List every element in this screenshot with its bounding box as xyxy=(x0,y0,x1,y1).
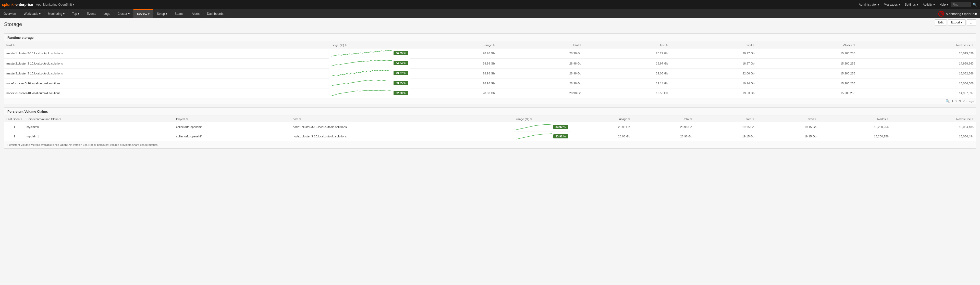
inodes-cell: 15,200,256 xyxy=(757,48,857,59)
pvc-col-free[interactable]: free ⇅ xyxy=(694,116,756,122)
usage-pct-chart-cell: 33.95 % xyxy=(329,78,410,88)
inodes-cell: 15,200,256 xyxy=(757,78,857,88)
page-actions: Edit Export ▾ ... xyxy=(935,19,976,25)
inodes-cell: 15,200,256 xyxy=(818,132,891,141)
sparkline-chart xyxy=(516,133,552,140)
pvc-col-avail[interactable]: avail ⇅ xyxy=(756,116,818,122)
pvc-col-lastseen[interactable]: Last Seen ⇅ xyxy=(4,116,24,122)
nav-dashboards[interactable]: Dashboards xyxy=(204,9,228,18)
host-cell: node1.cluster-3-10.local.outcold.solutio… xyxy=(291,122,514,132)
svg-point-1 xyxy=(941,13,942,14)
usage-badge: 32.60 % xyxy=(393,91,408,95)
total-cell: 28.98 Gb xyxy=(497,68,584,78)
help-button[interactable]: Help ▾ xyxy=(937,2,950,7)
pvc-col-host[interactable]: host ⇅ xyxy=(291,116,514,122)
nav-workloads[interactable]: Workloads ▾ xyxy=(20,9,45,18)
nav-overview[interactable]: Overview xyxy=(0,9,20,18)
inodes-cell: 15,200,256 xyxy=(757,88,857,98)
pvc-col-total[interactable]: total ⇅ xyxy=(632,116,694,122)
refresh-footer-icon[interactable]: ↻ xyxy=(958,99,961,103)
usage-pct-chart-cell: 30.05 % xyxy=(329,48,410,59)
page-title: Storage xyxy=(4,21,22,27)
free-cell: 20.27 Gb xyxy=(584,48,670,59)
table-row: node2.cluster-3-10.local.outcold.solutio… xyxy=(4,88,976,98)
total-cell: 28.98 Gb xyxy=(632,122,694,132)
nav-cluster[interactable]: Cluster ▾ xyxy=(114,9,134,18)
host-cell: master3.cluster-3-10.local.outcold.solut… xyxy=(4,68,329,78)
pvc-col-claim[interactable]: Persistent Volume Claim ⇅ xyxy=(24,116,174,122)
runtime-footer-time: <1m ago xyxy=(963,100,974,103)
host-cell: master2.cluster-3-10.local.outcold.solut… xyxy=(4,59,329,68)
messages-button[interactable]: Messages ▾ xyxy=(882,2,902,7)
usage-cell: 28.98 Gb xyxy=(570,132,632,141)
inodesfree-cell: 14,968,863 xyxy=(857,59,976,68)
avail-cell: 19.15 Gb xyxy=(756,132,818,141)
sparkline-chart xyxy=(331,89,392,97)
usage-cell: 28.98 Gb xyxy=(410,78,497,88)
pvc-col-inodes[interactable]: iNodes ⇅ xyxy=(818,116,891,122)
inodesfree-cell: 15,034,485 xyxy=(891,122,976,132)
lastseen-cell: 1 xyxy=(4,132,24,141)
pvc-col-inodesfree[interactable]: iNodesFree ⇅ xyxy=(891,116,976,122)
top-nav-right: Administrator ▾ Messages ▾ Settings ▾ Ac… xyxy=(857,2,978,7)
inodesfree-cell: 15,034,508 xyxy=(857,78,976,88)
settings-button[interactable]: Settings ▾ xyxy=(903,2,920,7)
nav-top[interactable]: Top ▾ xyxy=(68,9,83,18)
page-content: Storage Edit Export ▾ ... Runtime storag… xyxy=(0,18,980,155)
pvc-col-project[interactable]: Project ⇅ xyxy=(174,116,291,122)
avail-cell: 19.14 Gb xyxy=(670,78,756,88)
app-badge-label: Monitoring OpenShift xyxy=(946,12,977,16)
runtime-table-header: host ⇅ usage (%) ⇅ usage ⇅ total ⇅ free … xyxy=(4,42,976,48)
col-free[interactable]: free ⇅ xyxy=(584,42,670,48)
project-cell: collectorforopenshift xyxy=(174,132,291,141)
runtime-storage-section: Runtime storage host ⇅ usage (%) ⇅ usage… xyxy=(4,33,976,104)
col-host[interactable]: host ⇅ xyxy=(4,42,329,48)
usage-badge: 23.87 % xyxy=(393,71,408,75)
table-row: 1 myclaim0 collectorforopenshift node1.c… xyxy=(4,122,976,132)
inodesfree-cell: 15,019,336 xyxy=(857,48,976,59)
usage-badge: 33.92 % xyxy=(553,135,568,138)
total-cell: 28.98 Gb xyxy=(497,78,584,88)
col-avail[interactable]: avail ⇅ xyxy=(670,42,756,48)
admin-button[interactable]: Administrator ▾ xyxy=(857,2,881,7)
app-name[interactable]: App: Monitoring OpenShift ▾ xyxy=(36,3,74,6)
usage-cell: 28.98 Gb xyxy=(410,88,497,98)
openshift-icon xyxy=(938,11,944,17)
usage-cell: 28.98 Gb xyxy=(410,59,497,68)
nav-search[interactable]: Search xyxy=(171,9,188,18)
col-inodes[interactable]: iNodes ⇅ xyxy=(757,42,857,48)
edit-button[interactable]: Edit xyxy=(935,19,947,25)
openshift-badge: Monitoring OpenShift xyxy=(935,11,980,17)
usage-pct-chart-cell: 23.87 % xyxy=(329,68,410,78)
find-input[interactable] xyxy=(951,2,971,7)
nav-alerts[interactable]: Alerts xyxy=(188,9,204,18)
col-usage[interactable]: usage ⇅ xyxy=(410,42,497,48)
more-button[interactable]: ... xyxy=(967,19,976,25)
free-cell: 19.15 Gb xyxy=(694,122,756,132)
pvc-col-usage[interactable]: usage ⇅ xyxy=(570,116,632,122)
usage-badge: 30.05 % xyxy=(393,51,408,55)
usage-badge: 33.92 % xyxy=(553,125,568,129)
nav-monitoring[interactable]: Monitoring ▾ xyxy=(45,9,68,18)
usage-badge: 33.95 % xyxy=(393,81,408,85)
col-usage-pct[interactable]: usage (%) ⇅ xyxy=(329,42,410,48)
nav-review[interactable]: Review ▾ xyxy=(134,9,153,18)
table-row: 1 myclaim1 collectorforopenshift node1.c… xyxy=(4,132,976,141)
pvc-col-usage-pct[interactable]: usage (%) ⇅ xyxy=(514,116,570,122)
export-button[interactable]: Export ▾ xyxy=(948,19,966,25)
free-cell: 22.06 Gb xyxy=(584,68,670,78)
search-footer-icon[interactable]: 🔍 xyxy=(945,99,950,103)
download-footer-icon[interactable]: ⬇ xyxy=(951,99,954,103)
col-total[interactable]: total ⇅ xyxy=(497,42,584,48)
nav-setup[interactable]: Setup ▾ xyxy=(153,9,171,18)
nav-logs[interactable]: Logs xyxy=(100,9,114,18)
avail-cell: 19.53 Gb xyxy=(670,88,756,98)
free-cell: 18.97 Gb xyxy=(584,59,670,68)
sparkline-chart xyxy=(331,70,392,77)
col-inodesfree[interactable]: iNodesFree ⇅ xyxy=(857,42,976,48)
runtime-storage-table: host ⇅ usage (%) ⇅ usage ⇅ total ⇅ free … xyxy=(4,42,976,98)
nav-events[interactable]: Events xyxy=(83,9,100,18)
top-navigation: splunk>enterprise App: Monitoring OpenSh… xyxy=(0,0,980,9)
activity-button[interactable]: Activity ▾ xyxy=(921,2,937,7)
info-footer-icon[interactable]: ℹ xyxy=(956,99,957,103)
